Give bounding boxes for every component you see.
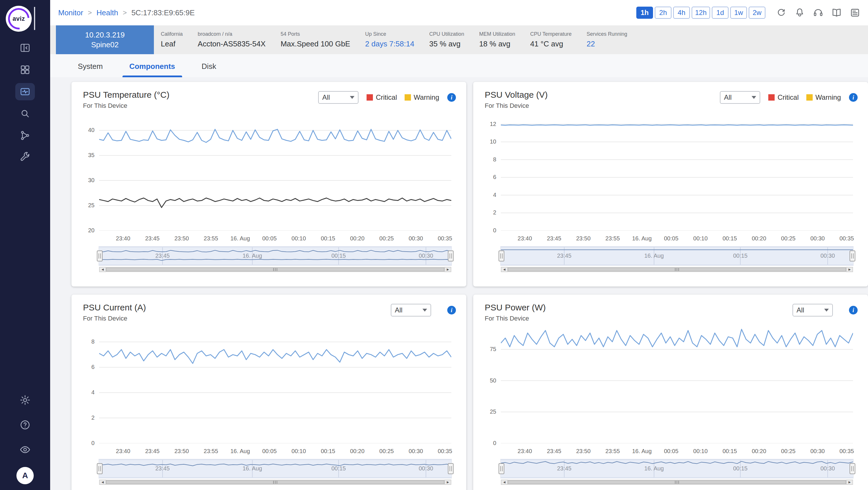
navigator-right-handle[interactable] (448, 250, 454, 262)
info-icon[interactable]: i (849, 306, 858, 314)
sidebar-item-dashboard[interactable] (15, 61, 35, 79)
x-axis: 23:4023:4523:5023:5516. Aug00:0500:1000:… (501, 234, 853, 242)
topology-icon (19, 130, 31, 141)
chart-plot-area: 02468 (71, 328, 451, 443)
bell-icon (794, 7, 805, 18)
chart-title: PSU Voltage (V) (485, 90, 548, 100)
field-value: Accton-AS5835-54X (198, 39, 266, 49)
help-button[interactable] (15, 416, 35, 433)
series-filter-dropdown[interactable]: All (720, 91, 760, 104)
legend-swatch (367, 94, 373, 100)
time-range-1d[interactable]: 1d (712, 7, 728, 19)
x-axis-label: 00:15 (321, 448, 335, 455)
scroll-left-arrow[interactable]: ◀ (501, 480, 508, 485)
notifications-button[interactable] (794, 7, 806, 19)
time-range-4h[interactable]: 4h (673, 7, 690, 19)
sidebar-item-collapse[interactable] (15, 39, 35, 57)
book-icon (831, 7, 842, 18)
legend-item-warning[interactable]: Warning (405, 93, 439, 101)
support-button[interactable] (812, 7, 824, 19)
brand-logo[interactable]: aviz (0, 0, 50, 37)
series-filter-dropdown[interactable]: All (793, 304, 833, 316)
sidebar-item-fabric[interactable] (15, 127, 35, 144)
navigator-left-handle[interactable] (97, 250, 102, 262)
x-axis-label: 00:30 (409, 448, 423, 455)
series-filter-dropdown[interactable]: All (391, 304, 431, 316)
info-icon[interactable]: i (447, 306, 456, 314)
time-range-2h[interactable]: 2h (655, 7, 672, 19)
navigator-right-handle[interactable] (849, 463, 855, 474)
time-range-2w[interactable]: 2w (749, 7, 766, 19)
tab-disk[interactable]: Disk (190, 57, 228, 77)
x-axis-label: 00:05 (664, 235, 678, 242)
scrollbar-thumb[interactable] (106, 480, 444, 484)
sidebar-item-health[interactable] (15, 83, 35, 100)
x-axis-label: 16. Aug (230, 448, 250, 455)
chart-legend: CriticalWarning (768, 93, 841, 101)
x-axis-label: 23:40 (518, 235, 532, 242)
time-range-12h[interactable]: 12h (692, 7, 710, 19)
sidebar-item-search[interactable] (15, 105, 35, 122)
scroll-right-arrow[interactable]: ▶ (846, 267, 853, 272)
range-navigator[interactable]: 23:4516. Aug00:1500:30 (501, 247, 853, 265)
time-range-1w[interactable]: 1w (730, 7, 747, 19)
user-avatar[interactable]: A (17, 467, 34, 484)
range-navigator[interactable]: 23:4516. Aug00:1500:30 (99, 247, 451, 265)
field-site: California Leaf (161, 31, 183, 49)
scroll-left-arrow[interactable]: ◀ (99, 267, 106, 272)
info-icon[interactable]: i (849, 93, 858, 102)
scrollbar-thumb[interactable] (508, 268, 846, 272)
plot (501, 328, 853, 443)
y-axis: 0255075 (473, 328, 501, 443)
info-icon[interactable]: i (447, 93, 456, 102)
tab-system[interactable]: System (66, 57, 115, 77)
navigator-left-handle[interactable] (499, 250, 504, 262)
navigator-right-handle[interactable] (448, 463, 454, 474)
scrollbar-thumb[interactable] (106, 268, 444, 272)
refresh-button[interactable] (775, 7, 787, 19)
wrench-icon (19, 152, 31, 163)
device-fields: California Leaf broadcom / n/a Accton-AS… (154, 25, 627, 54)
series-filter-dropdown[interactable]: All (318, 91, 359, 104)
navigator-label: 16. Aug (644, 465, 664, 472)
chart-scrollbar[interactable]: ◀ ▶ (501, 267, 853, 272)
navigator-left-handle[interactable] (97, 463, 102, 474)
time-range-1h[interactable]: 1h (636, 7, 653, 19)
breadcrumb-monitor[interactable]: Monitor (58, 8, 83, 17)
chart-scrollbar[interactable]: ◀ ▶ (99, 267, 451, 272)
scroll-right-arrow[interactable]: ▶ (444, 267, 451, 272)
scrollbar-track[interactable] (508, 480, 846, 485)
tab-components[interactable]: Components (118, 57, 187, 77)
navigator-right-handle[interactable] (849, 250, 855, 262)
scrollbar-track[interactable] (106, 480, 444, 485)
scroll-left-arrow[interactable]: ◀ (501, 267, 508, 272)
range-navigator[interactable]: 23:4516. Aug00:1500:30 (99, 459, 451, 478)
scrollbar-thumb[interactable] (508, 480, 846, 484)
breadcrumb-health[interactable]: Health (97, 8, 118, 17)
navigator-left-handle[interactable] (499, 463, 504, 474)
visibility-button[interactable] (15, 441, 35, 458)
scroll-right-arrow[interactable]: ▶ (846, 480, 853, 485)
x-axis-label: 00:25 (379, 235, 394, 242)
device-identity[interactable]: 10.20.3.219 Spine02 (56, 25, 154, 54)
chart-plot-area: 024681012 (473, 115, 853, 231)
chart-scrollbar[interactable]: ◀ ▶ (501, 480, 853, 485)
sidebar-item-tools[interactable] (15, 149, 35, 166)
x-axis-label: 00:30 (810, 448, 825, 455)
docs-button[interactable] (831, 7, 843, 19)
legend-item-critical[interactable]: Critical (768, 93, 799, 101)
range-navigator[interactable]: 23:4516. Aug00:1500:30 (501, 459, 853, 478)
legend-item-critical[interactable]: Critical (367, 93, 397, 101)
scroll-left-arrow[interactable]: ◀ (99, 480, 106, 485)
settings-button[interactable] (15, 391, 35, 409)
release-notes-button[interactable] (849, 7, 861, 19)
breadcrumb: Monitor > Health > 5C:17:83:E9:65:9E (58, 8, 195, 17)
scroll-right-arrow[interactable]: ▶ (444, 480, 451, 485)
chart-scrollbar[interactable]: ◀ ▶ (99, 480, 451, 485)
scrollbar-track[interactable] (106, 267, 444, 272)
aviz-logo-text: aviz (12, 15, 25, 23)
navigator-label: 00:30 (419, 252, 433, 259)
legend-item-warning[interactable]: Warning (806, 93, 841, 101)
scrollbar-track[interactable] (508, 267, 846, 272)
help-icon (19, 419, 31, 431)
